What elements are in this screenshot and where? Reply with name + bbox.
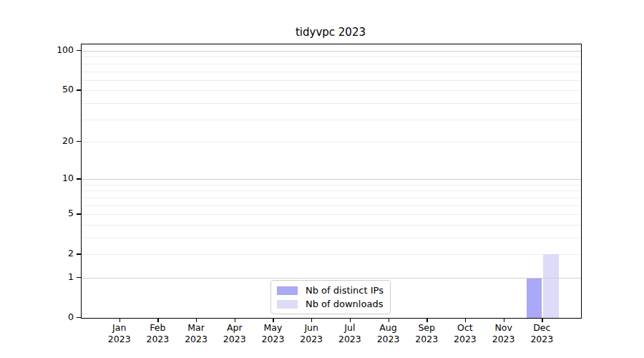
x-tick-label: Dec2023 — [519, 322, 565, 344]
gridline-minor — [82, 120, 581, 120]
gridline-minor — [82, 72, 581, 72]
y-tick-label: 0 — [32, 311, 74, 322]
gridline-minor — [82, 198, 581, 198]
gridline-minor — [82, 57, 581, 57]
x-tick-month: Dec — [519, 322, 565, 334]
y-tick-label: 1 — [32, 271, 74, 282]
legend-label-downloads: Nb of downloads — [306, 299, 383, 309]
y-axis-tick — [77, 277, 81, 278]
bar-downloads-dec — [543, 254, 559, 318]
x-tick-year: 2023 — [519, 334, 565, 345]
gridline-major — [82, 278, 581, 279]
y-tick-label: 2 — [32, 248, 74, 258]
legend-entry-distinct-ips: Nb of distinct IPs — [277, 285, 384, 296]
chart-figure: tidyvpc 2023 0125102050100Jan2023Feb2023… — [0, 0, 644, 358]
gridline-minor — [82, 90, 581, 91]
y-tick-label: 20 — [32, 135, 74, 146]
y-tick-label: 5 — [32, 208, 74, 218]
gridline-minor — [82, 142, 581, 142]
legend-swatch-downloads-icon — [277, 300, 298, 309]
gridline-minor — [82, 205, 581, 206]
gridline-minor — [82, 190, 581, 191]
y-tick-label: 100 — [32, 44, 74, 55]
plot-area — [81, 44, 582, 319]
y-tick-label: 10 — [32, 173, 74, 183]
chart-title: tidyvpc 2023 — [81, 26, 580, 39]
y-axis-tick — [77, 213, 81, 214]
y-axis-tick — [77, 90, 81, 90]
y-axis-tick — [77, 178, 81, 179]
y-axis-tick — [77, 253, 81, 254]
y-axis-tick — [77, 50, 81, 51]
gridline-major — [82, 179, 581, 180]
y-tick-label: 50 — [32, 84, 74, 95]
gridline-minor — [82, 225, 581, 226]
bar-distinct-ips-dec — [527, 278, 542, 318]
gridline-minor — [82, 80, 581, 81]
gridline-minor — [82, 103, 581, 104]
legend-swatch-distinct-ips-icon — [277, 286, 298, 295]
gridline-minor — [82, 185, 581, 185]
legend-label-distinct-ips: Nb of distinct IPs — [306, 285, 384, 296]
gridline-minor — [82, 64, 581, 64]
gridline-major — [82, 51, 581, 52]
gridline-minor — [82, 214, 581, 215]
legend-entry-downloads: Nb of downloads — [277, 299, 384, 309]
y-axis-tick — [77, 141, 81, 142]
gridline-minor — [82, 254, 581, 255]
gridline-minor — [82, 238, 581, 238]
legend: Nb of distinct IPs Nb of downloads — [270, 280, 391, 314]
y-axis-tick — [77, 317, 81, 318]
